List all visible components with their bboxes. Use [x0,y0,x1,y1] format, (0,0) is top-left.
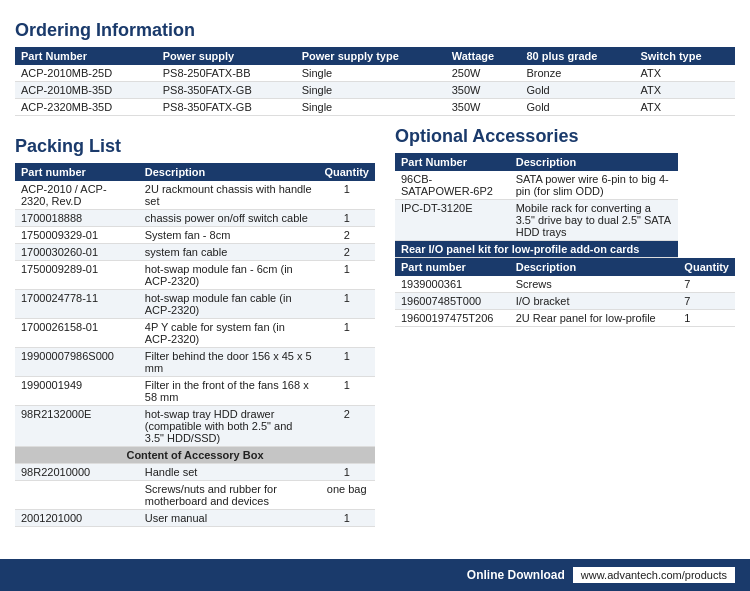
accessory-box-header-row: Content of Accessory Box [15,447,375,464]
footer-url: www.advantech.com/products [573,567,735,583]
packing-list-col: Packing List Part numberDescriptionQuant… [15,126,375,527]
packing-col-header: Part number [15,163,139,181]
packing-cell: 1700024778-11 [15,290,139,319]
rear-cell: Screws [510,276,679,293]
ordering-cell: ATX [634,99,735,116]
ordering-cell: 350W [446,82,521,99]
accessory-cell: 1 [318,510,375,527]
rear-cell: 1939000361 [395,276,510,293]
packing-cell: 1700026158-01 [15,319,139,348]
accessory-cell [15,481,139,510]
accessory-row: Screws/nuts and rubber for motherboard a… [15,481,375,510]
packing-cell: 2 [318,227,375,244]
ordering-cell: ACP-2010MB-35D [15,82,157,99]
optional-cell: Mobile rack for converting a 3.5" drive … [510,200,679,241]
ordering-row: ACP-2010MB-25DPS8-250FATX-BBSingle250WBr… [15,65,735,82]
packing-cell: 1 [318,290,375,319]
packing-row: 1700024778-11hot-swap module fan cable (… [15,290,375,319]
accessory-row: 2001201000User manual1 [15,510,375,527]
packing-cell: 1 [318,181,375,210]
accessory-cell: User manual [139,510,319,527]
accessory-cell: one bag [318,481,375,510]
rear-col-header: Part number [395,258,510,277]
rear-cell: 19600197475T206 [395,310,510,327]
rear-cell: 7 [678,276,735,293]
packing-cell: 1750009329-01 [15,227,139,244]
packing-cell: 98R2132000E [15,406,139,447]
packing-cell: hot-swap module fan cable (in ACP-2320) [139,290,319,319]
packing-cell: 2U rackmount chassis with handle set [139,181,319,210]
packing-cell: 2 [318,406,375,447]
packing-col-header: Quantity [318,163,375,181]
optional-cell: IPC-DT-3120E [395,200,510,241]
packing-title: Packing List [15,136,375,157]
ordering-cell: Single [296,82,446,99]
packing-cell: 1 [318,348,375,377]
accessory-box-header-cell: Content of Accessory Box [15,447,375,464]
ordering-col-header: Wattage [446,47,521,65]
optional-table: Part NumberDescription 96CB-SATAPOWER-6P… [395,153,735,327]
rear-row: 19600197475T2062U Rear panel for low-pro… [395,310,735,327]
packing-cell: 1750009289-01 [15,261,139,290]
ordering-col-header: Power supply [157,47,296,65]
ordering-cell: Single [296,99,446,116]
packing-cell: 1 [318,319,375,348]
packing-cell: 1990001949 [15,377,139,406]
accessory-cell: Handle set [139,464,319,481]
ordering-title: Ordering Information [15,20,735,41]
optional-cell: SATA power wire 6-pin to big 4-pin (for … [510,171,679,200]
page-content: Ordering Information Part NumberPower su… [0,0,750,587]
ordering-cell: Single [296,65,446,82]
rear-col-header: Quantity [678,258,735,277]
packing-table: Part numberDescriptionQuantity ACP-2010 … [15,163,375,527]
ordering-cell: ACP-2320MB-35D [15,99,157,116]
packing-row: 98R2132000Ehot-swap tray HDD drawer (com… [15,406,375,447]
accessory-cell: 1 [318,464,375,481]
packing-cell: 1 [318,261,375,290]
rear-cell: 1 [678,310,735,327]
ordering-row: ACP-2010MB-35DPS8-350FATX-GBSingle350WGo… [15,82,735,99]
ordering-cell: Gold [520,99,634,116]
ordering-col-header: Switch type [634,47,735,65]
ordering-cell: Gold [520,82,634,99]
ordering-col-header: Power supply type [296,47,446,65]
packing-cell: hot-swap tray HDD drawer (compatible wit… [139,406,319,447]
packing-cell: ACP-2010 / ACP-2320, Rev.D [15,181,139,210]
packing-cell: 2 [318,244,375,261]
ordering-cell: 250W [446,65,521,82]
two-col-layout: Packing List Part numberDescriptionQuant… [15,126,735,527]
rear-panel-header-cell: Rear I/O panel kit for low-profile add-o… [395,241,678,258]
ordering-col-header: 80 plus grade [520,47,634,65]
ordering-cell: ACP-2010MB-25D [15,65,157,82]
packing-row: 1700026158-014P Y cable for system fan (… [15,319,375,348]
optional-cell: 96CB-SATAPOWER-6P2 [395,171,510,200]
optional-accessories-col: Optional Accessories Part NumberDescript… [395,126,735,527]
ordering-cell: PS8-350FATX-GB [157,99,296,116]
accessory-row: 98R22010000Handle set1 [15,464,375,481]
ordering-table: Part NumberPower supplyPower supply type… [15,47,735,116]
packing-row: 1700018888chassis power on/off switch ca… [15,210,375,227]
packing-cell: chassis power on/off switch cable [139,210,319,227]
rear-row: 196007485T000I/O bracket7 [395,293,735,310]
optional-row: 96CB-SATAPOWER-6P2SATA power wire 6-pin … [395,171,735,200]
rear-cell: 2U Rear panel for low-profile [510,310,679,327]
packing-cell: system fan cable [139,244,319,261]
rear-col-header: Description [510,258,679,277]
packing-cell: 19900007986S000 [15,348,139,377]
packing-cell: Filter behind the door 156 x 45 x 5 mm [139,348,319,377]
packing-cell: Filter in the front of the fans 168 x 58… [139,377,319,406]
packing-cell: System fan - 8cm [139,227,319,244]
packing-cell: 1700030260-01 [15,244,139,261]
rear-cols-row: Part numberDescriptionQuantity [395,258,735,277]
ordering-cell: ATX [634,65,735,82]
ordering-col-header: Part Number [15,47,157,65]
packing-cell: 1 [318,377,375,406]
ordering-cell: 350W [446,99,521,116]
optional-col-header: Part Number [395,153,510,171]
optional-title: Optional Accessories [395,126,735,147]
rear-cell: 7 [678,293,735,310]
packing-col-header: Description [139,163,319,181]
accessory-cell: Screws/nuts and rubber for motherboard a… [139,481,319,510]
rear-cell: I/O bracket [510,293,679,310]
footer-bar: Online Download www.advantech.com/produc… [0,559,750,591]
